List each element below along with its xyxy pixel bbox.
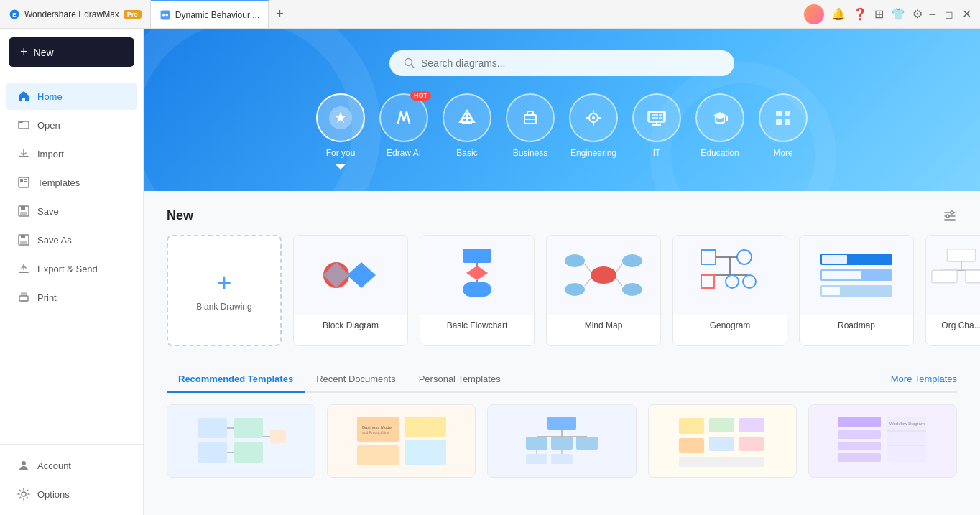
svg-point-52 — [951, 211, 953, 214]
sidebar-item-open[interactable]: Open — [6, 111, 137, 139]
svg-marker-55 — [347, 262, 376, 288]
svg-rect-120 — [679, 457, 764, 467]
tab-dynamic-behaviour[interactable]: Dynamic Behaviour ... — [151, 0, 269, 28]
category-basic-label: Basic — [456, 148, 477, 158]
svg-rect-84 — [822, 287, 840, 295]
template-card-org-chart[interactable]: Org Cha... — [925, 235, 980, 346]
svg-text:and Product Line: and Product Line — [362, 430, 389, 435]
svg-rect-18 — [20, 241, 27, 244]
rec-card-3[interactable] — [487, 404, 636, 478]
user-avatar[interactable] — [804, 4, 824, 24]
svg-rect-99 — [357, 445, 399, 465]
categories: For you HOT Edraw AI — [172, 93, 951, 177]
template-card-genogram[interactable]: Genogram — [672, 235, 787, 346]
help-icon[interactable]: ❓ — [853, 7, 867, 21]
banner: For you HOT Edraw AI — [144, 29, 980, 191]
rec-card-4[interactable] — [648, 404, 797, 478]
blank-plus-icon: + — [216, 270, 231, 296]
svg-rect-94 — [270, 430, 286, 443]
settings-icon[interactable]: ⚙ — [912, 7, 923, 21]
template-name-basic-flowchart: Basic Flowchart — [420, 315, 534, 336]
sidebar-item-account[interactable]: Account — [6, 452, 137, 479]
sidebar-item-home[interactable]: Home — [6, 83, 137, 110]
new-section-header: New — [167, 208, 957, 223]
template-preview-org-chart — [926, 236, 980, 315]
svg-point-62 — [591, 266, 616, 284]
category-business[interactable]: Business — [506, 93, 555, 170]
svg-text:Business Model: Business Model — [362, 425, 392, 430]
more-icon — [770, 105, 796, 131]
restore-button[interactable]: ◻ — [945, 9, 953, 19]
tab-personal-templates[interactable]: Personal Templates — [407, 366, 512, 393]
category-engineering[interactable]: Engineering — [569, 93, 618, 170]
category-edraw-ai[interactable]: HOT Edraw AI — [379, 93, 428, 170]
notification-icon[interactable]: 🔔 — [831, 7, 846, 21]
template-card-mind-map[interactable]: Mind Map — [546, 235, 661, 346]
sidebar-item-import[interactable]: Import — [6, 140, 137, 167]
svg-rect-34 — [650, 112, 664, 121]
svg-rect-71 — [701, 250, 716, 264]
template-card-roadmap[interactable]: Roadmap — [799, 235, 914, 346]
share-icon[interactable]: 👕 — [891, 7, 905, 21]
svg-rect-8 — [19, 156, 29, 157]
template-card-basic-flowchart[interactable]: Basic Flowchart — [420, 235, 535, 346]
rec-card-img-3 — [488, 405, 635, 477]
svg-point-23 — [22, 461, 26, 465]
active-indicator — [335, 164, 346, 170]
svg-rect-21 — [21, 292, 27, 296]
sidebar-item-options[interactable]: Options — [6, 481, 137, 508]
svg-point-64 — [565, 283, 585, 296]
main-content: For you HOT Edraw AI — [144, 29, 980, 515]
svg-rect-112 — [526, 454, 547, 464]
svg-rect-116 — [709, 418, 734, 432]
pro-badge: Pro — [124, 10, 142, 19]
sidebar-item-print[interactable]: Print — [6, 284, 137, 311]
template-name-mind-map: Mind Map — [547, 315, 660, 336]
svg-rect-11 — [24, 179, 27, 180]
search-container[interactable] — [389, 50, 734, 76]
close-button[interactable]: ✕ — [962, 9, 971, 20]
search-input[interactable] — [421, 57, 720, 69]
svg-rect-82 — [822, 255, 847, 264]
rec-card-2[interactable]: Business Model and Product Line — [327, 404, 476, 478]
new-section-settings[interactable] — [943, 209, 957, 223]
new-button[interactable]: + New — [9, 37, 134, 67]
rec-card-1[interactable] — [167, 404, 315, 478]
minimize-button[interactable]: − — [928, 8, 936, 21]
sidebar-item-export[interactable]: Export & Send — [6, 255, 137, 282]
account-icon — [17, 459, 30, 472]
search-bar-wrapper — [172, 50, 951, 76]
svg-rect-12 — [24, 181, 27, 182]
category-education[interactable]: Education — [695, 93, 744, 170]
tab-edrawmax[interactable]: E Wondershare EdrawMax Pro — [0, 0, 151, 28]
sidebar-item-save-as[interactable]: Save As — [6, 226, 137, 254]
tab-recent-documents[interactable]: Recent Documents — [305, 366, 407, 393]
blank-drawing-card[interactable]: + Blank Drawing — [167, 235, 282, 346]
category-edraw-ai-icon-wrap: HOT — [379, 93, 428, 142]
rec-card-img-2: Business Model and Product Line — [328, 405, 475, 477]
category-for-you[interactable]: For you — [316, 93, 365, 170]
category-more[interactable]: More — [759, 93, 808, 170]
category-for-you-label: For you — [326, 148, 356, 158]
rec-card-5[interactable]: Workflow Diagram — [808, 404, 957, 478]
category-education-label: Education — [701, 148, 739, 158]
sidebar-item-templates[interactable]: Templates — [6, 169, 137, 196]
svg-rect-114 — [679, 418, 704, 434]
svg-rect-109 — [576, 437, 598, 450]
template-card-block-diagram[interactable]: Block Diagram — [293, 235, 408, 346]
svg-rect-10 — [20, 179, 23, 182]
template-preview-genogram — [673, 236, 787, 315]
tab-recommended[interactable]: Recommended Templates — [167, 366, 305, 393]
content-area: New + Blank Drawing — [144, 191, 980, 495]
category-basic[interactable]: Basic — [443, 93, 491, 170]
more-templates-link[interactable]: More Templates — [891, 374, 957, 384]
svg-point-78 — [743, 275, 756, 288]
sidebar-item-print-label: Print — [37, 292, 57, 303]
category-it[interactable]: IT — [632, 93, 681, 170]
category-edraw-ai-label: Edraw AI — [387, 148, 421, 158]
apps-icon[interactable]: ⊞ — [874, 7, 884, 21]
svg-line-70 — [616, 279, 622, 286]
add-tab-button[interactable]: + — [269, 0, 291, 28]
svg-rect-85 — [947, 249, 975, 262]
sidebar-item-save[interactable]: Save — [6, 198, 137, 225]
